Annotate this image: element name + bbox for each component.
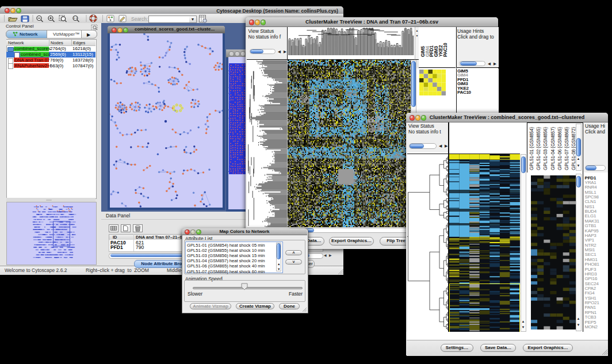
svg-text:1:1: 1:1 xyxy=(74,17,78,20)
